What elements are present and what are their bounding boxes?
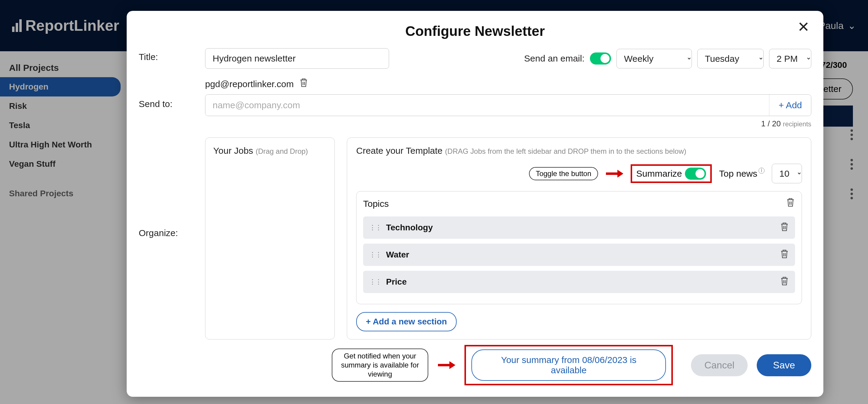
time-select[interactable]: 2 PM	[769, 49, 811, 68]
section-title: Topics	[363, 199, 389, 209]
trash-icon[interactable]	[299, 78, 308, 90]
topnews-label: Top news	[719, 168, 757, 179]
grip-icon[interactable]: ⋮⋮	[369, 278, 381, 286]
arrow-icon	[437, 361, 456, 370]
summary-available-highlight: Your summary from 08/06/2023 is availabl…	[464, 345, 673, 385]
info-icon[interactable]: i	[758, 167, 765, 174]
trash-icon[interactable]	[780, 222, 789, 234]
summarize-highlight: Summarize	[631, 164, 712, 183]
frequency-select[interactable]: Weekly	[617, 49, 692, 68]
notify-callout: Get notified when your summary is availa…	[332, 348, 428, 382]
summarize-label: Summarize	[637, 168, 682, 179]
cancel-button[interactable]: Cancel	[691, 354, 748, 376]
modal-title: Configure Newsletter	[139, 23, 811, 39]
add-recipient-button[interactable]: + Add	[769, 95, 811, 116]
topic-row[interactable]: ⋮⋮ Technology	[363, 216, 795, 239]
template-panel: Create your Template (DRAG Jobs from the…	[347, 137, 811, 340]
add-section-button[interactable]: + Add a new section	[356, 312, 457, 331]
trash-icon[interactable]	[780, 249, 789, 260]
recipient-input[interactable]	[206, 95, 769, 116]
jobs-panel[interactable]: Your Jobs (Drag and Drop)	[205, 137, 335, 340]
recipient-chip: pgd@reportlinker.com	[205, 78, 811, 90]
save-button[interactable]: Save	[757, 354, 811, 376]
grip-icon[interactable]: ⋮⋮	[369, 251, 381, 259]
topic-row[interactable]: ⋮⋮ Price	[363, 271, 795, 293]
sendto-label: Send to:	[139, 78, 199, 128]
send-email-toggle[interactable]	[590, 53, 611, 64]
configure-newsletter-modal: Configure Newsletter ✕ Title: Send an em…	[127, 11, 824, 397]
svg-marker-5	[450, 361, 456, 369]
topic-row[interactable]: ⋮⋮ Water	[363, 244, 795, 266]
trash-icon[interactable]	[780, 276, 789, 288]
toggle-callout: Toggle the button	[529, 167, 598, 180]
close-icon[interactable]: ✕	[798, 20, 809, 34]
trash-icon[interactable]	[786, 197, 795, 210]
day-select[interactable]: Tuesday	[697, 49, 764, 68]
topnews-select[interactable]: 10	[772, 164, 802, 183]
recipient-count: 1 / 20 recipients	[205, 119, 811, 128]
summarize-toggle[interactable]	[685, 167, 706, 180]
arrow-icon	[605, 169, 623, 178]
topics-section: Topics ⋮⋮ Technology ⋮⋮ Wa	[356, 191, 802, 304]
title-input[interactable]	[205, 48, 389, 69]
grip-icon[interactable]: ⋮⋮	[369, 224, 381, 231]
summary-available-button[interactable]: Your summary from 08/06/2023 is availabl…	[471, 349, 666, 381]
organize-label: Organize:	[139, 137, 199, 340]
send-email-label: Send an email:	[524, 53, 585, 64]
title-label: Title:	[139, 48, 199, 69]
svg-marker-3	[617, 170, 623, 178]
